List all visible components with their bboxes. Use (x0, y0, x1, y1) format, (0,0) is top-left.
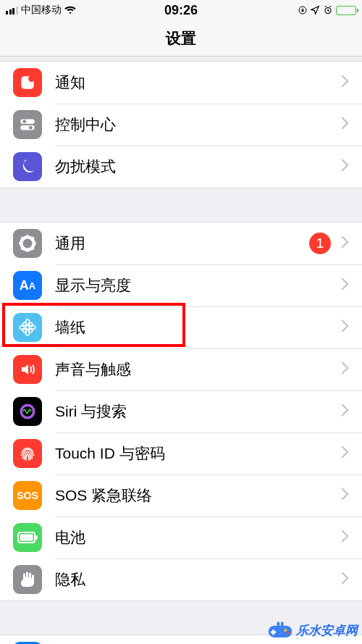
svg-rect-32 (20, 535, 33, 541)
row-label: SOS 紧急联络 (55, 485, 341, 506)
row-privacy[interactable]: 隐私 (0, 559, 362, 601)
page-title: 设置 (0, 20, 362, 57)
svg-point-4 (28, 75, 35, 82)
alarm-icon (323, 5, 333, 15)
chevron-right-icon (341, 361, 349, 377)
chevron-right-icon (341, 446, 349, 461)
hand-icon (13, 565, 42, 594)
row-label: 显示与亮度 (55, 275, 341, 296)
row-general[interactable]: 通用 1 (0, 222, 362, 264)
svg-point-27 (22, 328, 28, 334)
row-label: 通知 (55, 72, 341, 93)
row-label: 墙纸 (55, 317, 341, 338)
gear-icon (13, 229, 42, 258)
settings-group-1: 通知 控制中心 勿扰模式 (0, 61, 362, 188)
svg-rect-31 (35, 535, 38, 540)
svg-line-16 (33, 248, 34, 250)
svg-point-24 (22, 322, 28, 327)
siri-icon (13, 397, 42, 426)
speaker-icon (13, 355, 42, 384)
chevron-right-icon (341, 488, 349, 503)
svg-line-17 (21, 248, 22, 250)
carrier-label: 中国移动 (21, 4, 62, 17)
wifi-icon (64, 6, 76, 14)
svg-rect-1 (302, 10, 304, 12)
svg-point-10 (25, 241, 30, 246)
battery-icon (336, 6, 356, 15)
watermark-text: 乐水安卓网 (296, 622, 358, 639)
svg-rect-42 (281, 622, 284, 627)
row-display[interactable]: AA 显示与亮度 (0, 264, 362, 306)
row-label: Siri 与搜索 (55, 401, 341, 422)
row-wallpaper[interactable]: 墙纸 (0, 306, 362, 348)
rotation-lock-icon (298, 6, 307, 14)
row-label: 勿扰模式 (55, 156, 341, 177)
location-icon (310, 5, 320, 15)
chevron-right-icon (341, 159, 349, 175)
row-notifications[interactable]: 通知 (0, 62, 362, 104)
status-left: 中国移动 (6, 4, 76, 17)
chevron-right-icon (341, 75, 349, 91)
svg-rect-41 (277, 622, 280, 627)
row-label: 控制中心 (55, 114, 341, 135)
row-label: 电池 (55, 527, 341, 548)
moon-icon (13, 152, 42, 181)
settings-scroll[interactable]: 通知 控制中心 勿扰模式 通用 1 (0, 57, 362, 644)
flower-icon (13, 313, 42, 342)
row-touchid[interactable]: Touch ID 与密码 (0, 432, 362, 474)
battery-icon (13, 523, 42, 552)
fingerprint-icon (13, 439, 42, 468)
row-sounds[interactable]: 声音与触感 (0, 348, 362, 390)
svg-rect-5 (20, 119, 35, 124)
row-sos[interactable]: SOS SOS 紧急联络 (0, 474, 362, 517)
chevron-right-icon (341, 277, 349, 293)
settings-group-2: 通用 1 AA 显示与亮度 墙纸 声音与触感 (0, 222, 362, 601)
row-battery[interactable]: 电池 (0, 517, 362, 559)
chevron-right-icon (341, 117, 349, 133)
chevron-right-icon (341, 319, 349, 335)
svg-point-25 (28, 328, 34, 334)
toggles-icon (13, 110, 42, 139)
svg-rect-7 (20, 125, 35, 130)
row-label: Touch ID 与密码 (55, 443, 341, 464)
watermark: 乐水安卓网 (267, 619, 358, 641)
row-siri[interactable]: Siri 与搜索 (0, 390, 362, 432)
row-dnd[interactable]: 勿扰模式 (0, 146, 362, 188)
chevron-right-icon (341, 530, 349, 545)
row-label: 声音与触感 (55, 359, 341, 380)
chevron-right-icon (341, 235, 349, 251)
gamepad-icon (267, 619, 293, 641)
svg-line-15 (21, 237, 22, 238)
row-label: 通用 (55, 233, 309, 254)
svg-point-6 (22, 120, 26, 123)
row-control-center[interactable]: 控制中心 (0, 104, 362, 146)
status-bar: 中国移动 09:26 (0, 0, 362, 20)
svg-point-40 (287, 632, 290, 635)
clock-label: 09:26 (164, 3, 198, 18)
svg-point-39 (284, 629, 287, 632)
row-label: 隐私 (55, 569, 341, 590)
chevron-right-icon (341, 572, 349, 587)
svg-point-26 (28, 322, 34, 327)
svg-line-18 (33, 237, 34, 238)
signal-bars-icon (6, 7, 18, 14)
svg-point-8 (29, 126, 33, 130)
svg-point-29 (22, 406, 33, 417)
svg-rect-38 (271, 631, 276, 633)
chevron-right-icon (341, 403, 349, 419)
notification-badge: 1 (309, 233, 331, 254)
notifications-icon (13, 68, 42, 97)
sos-icon: SOS (13, 481, 42, 510)
aa-icon: AA (13, 271, 42, 300)
status-right (298, 5, 356, 15)
